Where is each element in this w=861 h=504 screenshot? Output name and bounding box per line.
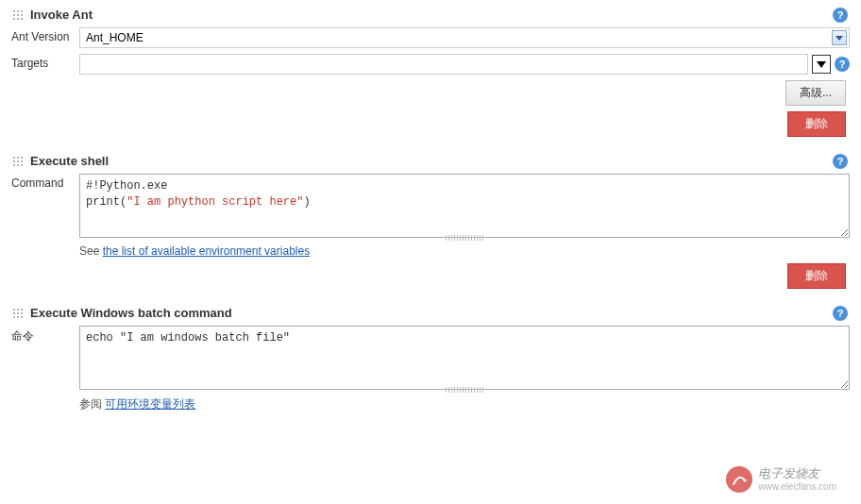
svg-point-7 (17, 18, 19, 20)
svg-point-11 (21, 157, 23, 159)
drag-handle-icon[interactable] (11, 155, 25, 168)
svg-point-8 (21, 18, 23, 20)
svg-point-14 (21, 160, 23, 162)
targets-input[interactable] (79, 54, 808, 75)
svg-point-13 (17, 160, 19, 162)
svg-point-17 (21, 164, 23, 166)
targets-dropdown-button[interactable] (812, 55, 831, 74)
ant-version-value[interactable] (79, 27, 850, 48)
svg-point-1 (17, 10, 19, 12)
command-label: Command (11, 174, 79, 190)
drag-handle-icon[interactable] (11, 307, 25, 320)
advanced-button[interactable]: 高级... (785, 80, 846, 106)
svg-point-24 (13, 316, 15, 318)
section-title: Execute Windows batch command (30, 306, 232, 320)
svg-point-12 (13, 160, 15, 162)
batch-hint: 参阅 可用环境变量列表 (79, 396, 850, 412)
section-invoke-ant: Invoke Ant ? Ant Version Targets ? (11, 8, 850, 137)
svg-point-20 (21, 309, 23, 311)
svg-point-9 (13, 157, 15, 159)
section-title: Execute shell (30, 154, 109, 168)
shell-command-textarea[interactable]: #!Python.exe print("I am phython script … (79, 174, 850, 238)
section-execute-batch: Execute Windows batch command ? 命令 echo … (11, 306, 850, 412)
svg-point-27 (744, 479, 747, 481)
section-execute-shell: Execute shell ? Command #!Python.exe pri… (11, 154, 850, 289)
svg-point-15 (13, 164, 15, 166)
shell-hint: See the list of available environment va… (79, 244, 850, 258)
help-icon[interactable]: ? (833, 306, 848, 321)
svg-point-6 (13, 18, 15, 20)
batch-command-textarea[interactable]: echo "I am windows batch file" (79, 326, 850, 390)
command-label: 命令 (11, 326, 79, 344)
help-icon[interactable]: ? (833, 154, 848, 169)
watermark-url: www.elecfans.com (758, 481, 836, 492)
watermark-logo-icon (726, 466, 752, 493)
svg-point-19 (17, 309, 19, 311)
svg-point-4 (17, 14, 19, 16)
env-vars-link[interactable]: 可用环境变量列表 (105, 397, 195, 411)
section-title: Invoke Ant (30, 8, 93, 22)
svg-point-16 (17, 164, 19, 166)
svg-point-26 (21, 316, 23, 318)
resize-handle[interactable] (446, 387, 483, 393)
watermark: 电子发烧友 www.elecfans.com (726, 466, 836, 493)
svg-point-0 (13, 10, 15, 12)
svg-point-5 (21, 14, 23, 16)
ant-version-select[interactable] (79, 27, 850, 48)
ant-version-label: Ant Version (11, 27, 79, 43)
help-icon[interactable]: ? (833, 8, 848, 23)
targets-label: Targets (11, 54, 79, 70)
svg-point-23 (21, 312, 23, 314)
help-icon[interactable]: ? (835, 57, 850, 72)
env-vars-link[interactable]: the list of available environment variab… (103, 244, 310, 258)
delete-button[interactable]: 删除 (787, 111, 846, 137)
svg-point-3 (13, 14, 15, 16)
drag-handle-icon[interactable] (11, 8, 25, 22)
svg-point-18 (13, 309, 15, 311)
svg-point-25 (17, 316, 19, 318)
watermark-title: 电子发烧友 (758, 467, 836, 480)
svg-point-22 (17, 312, 19, 314)
svg-point-2 (21, 10, 23, 12)
svg-point-10 (17, 157, 19, 159)
resize-handle[interactable] (446, 235, 483, 241)
svg-point-21 (13, 312, 15, 314)
delete-button[interactable]: 删除 (787, 263, 846, 289)
